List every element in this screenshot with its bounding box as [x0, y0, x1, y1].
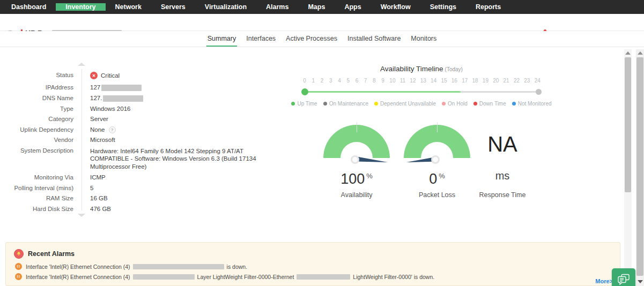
detail-row-type: Type Windows 2016: [0, 106, 279, 112]
detail-row-disk: Hard Disk Size 476 GB: [0, 206, 279, 213]
tab[interactable]: Active Processes: [285, 31, 338, 47]
hour-tick: 17: [462, 78, 468, 84]
redacted-interface-id: [297, 274, 350, 280]
detail-row-uplink: Uplink Dependency None ?: [0, 126, 279, 133]
uplink-value: None: [90, 126, 105, 133]
legend-item: Dependent Unavailable: [374, 101, 436, 107]
gauge-hub: [351, 155, 359, 164]
alarm-text: Interface 'Intel(R) Ethernet Connection …: [26, 264, 130, 270]
scroll-down-icon[interactable]: [638, 280, 643, 283]
content-scrollbar[interactable]: [624, 49, 632, 273]
detail-row-status: Status ✕ Critical: [0, 72, 279, 79]
more-alarms-link[interactable]: More>: [595, 278, 613, 284]
nav-item[interactable]: Virtualization: [195, 3, 256, 11]
help-icon[interactable]: ?: [109, 126, 116, 133]
timeline-track: [301, 88, 542, 95]
nav-item[interactable]: Alarms: [256, 3, 298, 11]
tab[interactable]: Summary: [206, 31, 237, 47]
tab[interactable]: Monitors: [410, 31, 438, 47]
hour-tick: 2: [320, 78, 324, 84]
detail-label: Polling Interval (mins): [0, 185, 73, 192]
detail-row-monvia: Monitoring Via ICMP: [0, 174, 279, 181]
availability-timeline: Availability Timeline(Today) 01234567891…: [301, 65, 542, 107]
page-scrollbar[interactable]: [636, 49, 644, 286]
legend-item: On Maintenance: [323, 101, 368, 107]
polling-value: 5: [90, 185, 93, 192]
detail-row-ip: IPAddress 127: [0, 84, 279, 91]
alarm-row[interactable]: !! Interface 'Intel(R) Ethernet Connecti…: [15, 273, 434, 280]
legend-dot-icon: [512, 102, 516, 106]
content-scrollbar-thumb[interactable]: [625, 57, 631, 192]
response-time-value: NA: [462, 132, 543, 156]
packet-loss-unit: %: [439, 172, 445, 180]
detail-label: Hard Disk Size: [0, 206, 73, 213]
alarm-text: Interface 'Intel(R) Ethernet Connection …: [26, 274, 130, 280]
redacted-ip: [101, 85, 142, 91]
type-value: Windows 2016: [90, 106, 130, 112]
detail-label: IPAddress: [0, 84, 73, 91]
timeline-hour-scale: 0123456789101112131415161718192021222324: [301, 78, 542, 84]
detail-row-polling: Polling Interval (mins) 5: [0, 185, 279, 192]
nav-item[interactable]: Maps: [298, 3, 335, 11]
device-details: Status ✕ Critical IPAddress 127 DNS Name…: [0, 72, 279, 216]
legend-dot-icon: [442, 102, 446, 106]
alarm-row[interactable]: !! Interface 'Intel(R) Ethernet Connecti…: [15, 263, 247, 270]
warning-icon: !!: [15, 273, 22, 280]
scroll-up-icon[interactable]: [638, 51, 643, 55]
hour-tick: 6: [354, 78, 359, 84]
gauge-arc: [323, 125, 390, 158]
main-nav: DashboardInventoryNetworkServersVirtuali…: [0, 0, 644, 14]
hour-tick: 11: [400, 78, 405, 84]
category-value: Server: [90, 116, 108, 123]
detail-row-vendor: Vendor Microsoft: [0, 137, 279, 144]
legend-dot-icon: [374, 102, 378, 106]
legend-dot-icon: [323, 102, 327, 106]
detail-label: Vendor: [0, 137, 73, 144]
collapse-up-icon[interactable]: [78, 63, 85, 66]
tab[interactable]: Interfaces: [245, 31, 277, 47]
legend-item: Up Time: [291, 101, 317, 107]
detail-label: Category: [0, 116, 73, 123]
scroll-up-icon[interactable]: [625, 51, 631, 55]
nav-item[interactable]: Workflow: [371, 3, 420, 11]
recent-alarms-title: Recent Alarms: [28, 250, 75, 258]
page-scrollbar-thumb[interactable]: [636, 57, 643, 276]
hour-tick: 1: [311, 78, 315, 84]
nav-item[interactable]: Inventory: [56, 3, 105, 11]
recent-alarms-icon: [14, 249, 24, 259]
recent-alarms-panel: Recent Alarms !! Interface 'Intel(R) Eth…: [5, 242, 620, 286]
nav-item[interactable]: Network: [106, 3, 151, 11]
chat-bubbles-icon: [617, 273, 631, 286]
redacted-dns: [103, 95, 143, 102]
nav-item[interactable]: Servers: [151, 3, 195, 11]
nav-item[interactable]: Dashboard: [2, 3, 56, 11]
nav-item[interactable]: Settings: [420, 3, 466, 11]
nav-item[interactable]: Reports: [466, 3, 510, 11]
hour-tick: 13: [420, 78, 426, 84]
chat-support-button[interactable]: [612, 268, 635, 286]
ip-value: 127: [90, 84, 100, 91]
hour-tick: 23: [524, 78, 530, 84]
gauge-arc: [404, 125, 470, 158]
redacted-interface-id: [133, 264, 224, 269]
timeline-title: Availability Timeline(Today): [301, 65, 542, 73]
collapse-down-icon[interactable]: [78, 214, 85, 217]
gauge-tick: [357, 122, 357, 132]
hour-tick: 15: [441, 78, 447, 84]
hour-tick: 20: [493, 78, 499, 84]
detail-row-sysdesc: System Description Hardware: Intel64 Fam…: [0, 147, 279, 171]
detail-label: Monitoring Via: [0, 174, 73, 181]
timeline-legend: Up Time On Maintenance Dependent Unavail…: [301, 101, 542, 107]
sysdesc-value: Hardware: Intel64 Family 6 Model 142 Ste…: [90, 147, 262, 171]
availability-value: 100: [340, 171, 365, 187]
availability-unit: %: [366, 172, 373, 180]
device-header: HP Pro ServerWindows 2016SNMPWMI: [0, 14, 644, 31]
availability-gauge: 100% Availability: [316, 125, 397, 202]
detail-label: Type: [0, 106, 73, 112]
hour-tick: 14: [431, 78, 436, 84]
nav-item[interactable]: Apps: [335, 3, 371, 11]
hour-tick: 22: [514, 78, 520, 84]
tab[interactable]: Installed Software: [346, 31, 402, 47]
detail-label: RAM Size: [0, 195, 73, 202]
alarm-text: LightWeight Filter-0000' is down.: [353, 274, 434, 280]
